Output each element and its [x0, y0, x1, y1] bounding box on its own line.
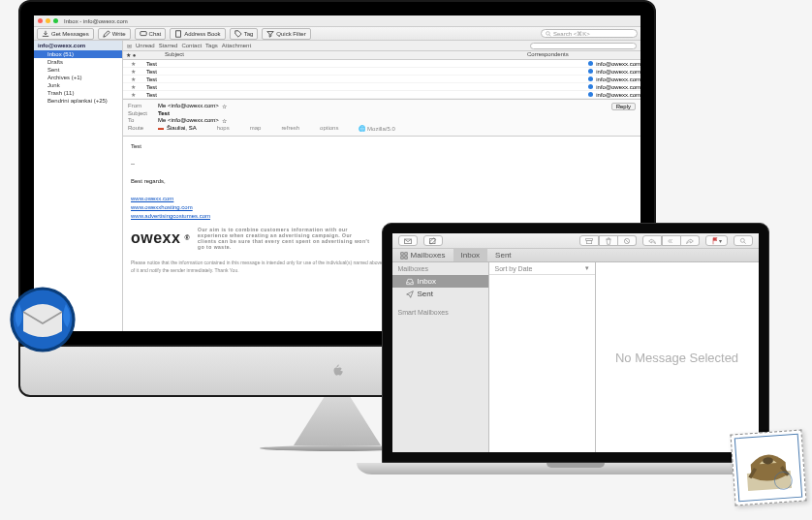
header-subject: Test — [158, 110, 170, 116]
mailbox-tabs: Mailboxes Inbox Sent — [392, 249, 759, 262]
inbox-icon — [404, 237, 412, 245]
reply-icon — [648, 237, 656, 245]
book-icon — [174, 30, 182, 38]
compose-button[interactable] — [423, 235, 443, 246]
link[interactable]: www.owexxhosting.com — [131, 204, 193, 210]
reply-button[interactable]: Reply — [611, 103, 636, 110]
minimize-icon[interactable] — [46, 18, 50, 23]
toolbar: Get Messages Write Chat Address Book Tag — [34, 27, 640, 41]
archive-icon — [585, 237, 593, 245]
folder-sent[interactable]: Sent — [34, 66, 122, 74]
junk-button[interactable] — [618, 235, 637, 246]
chat-button[interactable]: Chat — [135, 28, 167, 40]
delete-button[interactable] — [599, 235, 618, 246]
sidebar-header-mailboxes: Mailboxes — [392, 262, 488, 275]
reply-group — [642, 235, 700, 246]
pencil-icon — [103, 30, 110, 38]
header-route: Šiauliai, SA — [167, 125, 197, 132]
apple-logo-icon — [330, 364, 344, 378]
apple-mail-stamp-icon — [731, 430, 807, 506]
folder-archives[interactable]: Archives (+1) — [34, 74, 122, 81]
message-row[interactable]: ★Testinfo@owexx.com — [123, 83, 640, 91]
folder-inbox[interactable]: Inbox (51) — [34, 50, 122, 58]
archive-button[interactable] — [579, 235, 599, 246]
filter-starred[interactable]: Starred — [159, 43, 178, 48]
message-row[interactable]: ★Testinfo@owexx.com — [123, 60, 640, 68]
thunderbird-logo-icon — [4, 281, 81, 358]
col-correspondents[interactable]: Correspondents — [524, 51, 640, 59]
search-input[interactable]: Search <⌘K> — [541, 29, 638, 38]
tab-inbox[interactable]: Inbox — [453, 249, 488, 261]
inbox-icon — [406, 278, 414, 286]
search-button[interactable] — [734, 235, 753, 246]
folder-junk[interactable]: Junk — [34, 81, 122, 89]
window-titlebar: Inbox - info@owexx.com — [34, 15, 640, 27]
folder-trash[interactable]: Trash (11) — [34, 89, 122, 97]
svg-rect-8 — [586, 240, 591, 243]
message-row[interactable]: ★Testinfo@owexx.com — [123, 91, 640, 99]
svg-rect-0 — [140, 31, 145, 35]
folder-drafts[interactable]: Drafts — [34, 58, 122, 66]
message-list: ★ ● Subject Correspondents ★Testinfo@owe… — [123, 51, 640, 100]
quick-filter-button[interactable]: Quick Filter — [262, 28, 310, 40]
message-row[interactable]: ★Testinfo@owexx.com — [123, 68, 640, 76]
search-icon — [739, 237, 747, 245]
svg-rect-11 — [400, 252, 402, 254]
link[interactable]: www.advertisingcostumes.com — [131, 213, 210, 219]
tab-mailboxes[interactable]: Mailboxes — [392, 249, 453, 261]
filter-unread[interactable]: Unread — [136, 43, 155, 48]
archive-group — [579, 235, 637, 246]
junk-icon — [623, 237, 631, 245]
write-button[interactable]: Write — [98, 28, 131, 40]
mail-toolbar: ▾ — [392, 233, 759, 249]
folder-shared[interactable]: Bendrini aplankai (+25) — [34, 97, 122, 105]
filter-contact[interactable]: Contact — [181, 43, 202, 48]
trash-icon — [605, 237, 612, 245]
message-list-pane: Sort by Date▾ — [489, 262, 596, 452]
header-from: Me <info@owexx.com> — [158, 103, 219, 109]
search-icon — [546, 31, 551, 37]
svg-rect-15 — [747, 471, 792, 491]
sort-dropdown[interactable]: Sort by Date▾ — [489, 262, 595, 275]
macbook-device: ▾ Mailboxes Inbox Sent Mailboxes Inbox — [357, 223, 794, 490]
filter-attachment[interactable]: Attachment — [222, 43, 251, 48]
preview-pane: No Message Selected — [596, 262, 759, 452]
col-subject[interactable]: Subject — [162, 51, 524, 59]
reply-button[interactable] — [642, 235, 662, 246]
tag-button[interactable]: Tag — [230, 28, 259, 40]
message-row[interactable]: ★Testinfo@owexx.com — [123, 76, 640, 83]
message-headers: Reply FromMe <info@owexx.com> ☆ SubjectT… — [123, 100, 640, 137]
apple-mail-window: ▾ Mailboxes Inbox Sent Mailboxes Inbox — [392, 233, 759, 452]
filter-icon — [266, 30, 274, 38]
address-book-button[interactable]: Address Book — [170, 28, 225, 40]
flag-button[interactable]: ▾ — [705, 235, 728, 246]
sidebar-header-smart: Smart Mailboxes — [392, 306, 488, 319]
svg-rect-14 — [404, 256, 406, 258]
close-icon[interactable] — [38, 18, 43, 23]
filter-messages-input[interactable] — [530, 43, 637, 49]
flag-icon — [711, 237, 719, 245]
svg-point-16 — [763, 457, 773, 465]
sidebar-sent[interactable]: Sent — [392, 288, 488, 300]
filter-bar: ✉ Unread Starred Contact Tags Attachment — [123, 41, 640, 51]
svg-rect-13 — [400, 256, 402, 258]
window-title: Inbox - info@owexx.com — [64, 18, 128, 24]
sent-icon — [406, 291, 414, 298]
mail-sidebar: Mailboxes Inbox Sent Smart Mailboxes — [392, 262, 489, 452]
forward-button[interactable] — [681, 235, 700, 246]
inbox-button[interactable] — [398, 235, 418, 246]
maximize-icon[interactable] — [53, 18, 58, 23]
reply-all-button[interactable] — [662, 235, 681, 246]
svg-rect-12 — [404, 252, 406, 254]
svg-point-17 — [774, 472, 793, 490]
svg-rect-1 — [176, 30, 181, 36]
get-messages-button[interactable]: Get Messages — [37, 28, 94, 40]
header-to: Me <info@owexx.com> — [158, 117, 219, 124]
tab-sent[interactable]: Sent — [487, 249, 518, 261]
filter-tags[interactable]: Tags — [205, 43, 218, 48]
no-message-label: No Message Selected — [615, 351, 738, 365]
compose-icon — [429, 237, 437, 245]
account-header[interactable]: info@owexx.com — [34, 41, 122, 50]
link[interactable]: www.owexx.com — [131, 196, 173, 201]
sidebar-inbox[interactable]: Inbox — [392, 275, 488, 288]
